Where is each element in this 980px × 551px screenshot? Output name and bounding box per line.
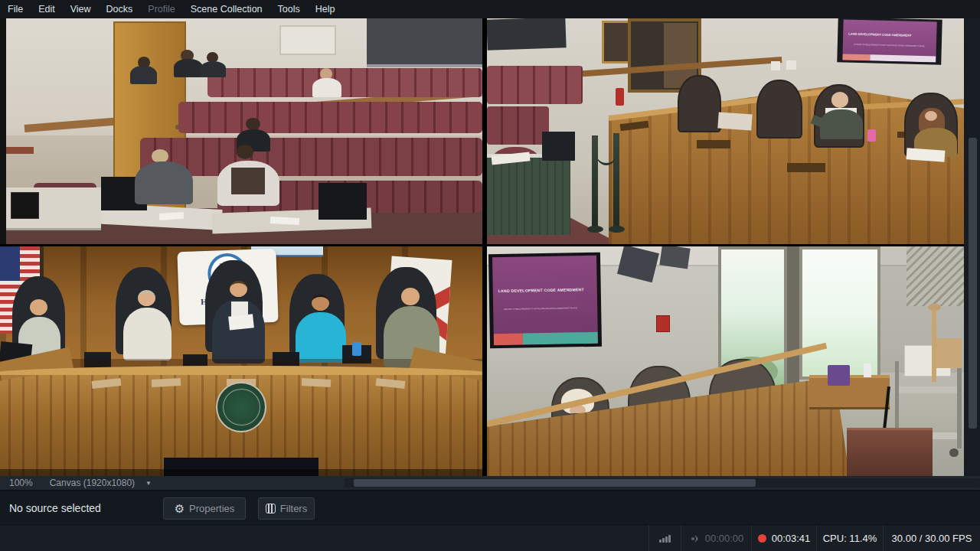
signal-bars-icon [659,534,671,543]
canvas-right-gutter [964,18,980,476]
switch-plate [771,61,780,70]
dais-vent [697,140,730,148]
zoom-level[interactable]: 100% [9,478,33,488]
binder-box [717,112,752,130]
caret-down-icon[interactable]: ▼ [145,480,152,487]
person-body [130,66,157,84]
slide-title: LAND DEVELOPMENT CODE AMENDMENT [498,287,593,293]
commissioner2-head [138,290,155,306]
tv-screen-dark [487,18,566,51]
person-head [246,118,260,130]
stream-timer: 00:00:00 [681,525,751,551]
papers [270,217,299,225]
commissioner1-head [30,299,47,315]
lectern [847,428,933,476]
fps-value: 30.00 / 30.00 FPS [892,533,972,544]
preview-source-audience-cam[interactable] [0,18,482,244]
menu-edit[interactable]: Edit [31,0,63,18]
slide-stripe-light [871,54,936,63]
filters-label: Filters [280,503,307,514]
window-mullion [787,246,799,384]
pink-tumbler [867,129,876,142]
slide-title: LAND DEVELOPMENT CODE AMENDMENT [848,31,931,37]
record-time: 00:03:41 [772,533,811,544]
no-source-label: No source selected [9,491,101,526]
whiteboard [279,25,335,55]
obs-window: File Edit View Docks Profile Scene Colle… [0,0,980,551]
horizontal-scrollbar-track[interactable] [345,478,980,487]
cpu-value: CPU: 11.4% [823,533,877,544]
preview-source-presentation-cam[interactable]: LAND DEVELOPMENT CODE AMENDMENT UPDATE T… [487,246,964,476]
record-timer: 00:03:41 [751,525,816,551]
menu-tools[interactable]: Tools [270,0,308,18]
slide-stripe-red [842,54,871,60]
chair-row-2 [178,102,482,133]
projection-screen [367,18,482,67]
preview-source-bench-cam[interactable]: H Hardee County FLORIDA [0,246,482,476]
commissioner5-head [401,288,420,305]
commissioner3-head [230,281,247,297]
cpu-usage: CPU: 11.4% [816,525,883,551]
speaker [660,246,691,269]
clerk-body [135,161,193,204]
canvas-size-label[interactable]: Canvas (1920x1080) [50,478,135,488]
coat-rack [932,308,937,382]
slide: LAND DEVELOPMENT CODE AMENDMENT UPDATE T… [492,256,598,345]
preview-canvas[interactable]: LAND DEVELOPMENT CODE AMENDMENT UPDATE T… [0,18,980,476]
nameplate [302,378,331,387]
properties-button[interactable]: ⚙ Properties [163,497,246,520]
tan-box [936,338,962,368]
clerk-head [152,149,168,163]
fire-alarm [656,315,670,332]
canvas-zoom-row: 100% Canvas (1920x1080) ▼ [0,476,980,490]
properties-label: Properties [189,503,234,514]
bottle [864,364,871,377]
preview-source-dais-side-cam[interactable]: LAND DEVELOPMENT CODE AMENDMENT UPDATE T… [487,18,964,244]
filters-button[interactable]: Filters [258,497,315,520]
vertical-scrollbar[interactable] [969,138,977,429]
menu-help[interactable]: Help [308,0,343,18]
chair-row-back [207,68,482,97]
highback-chair [678,75,721,132]
blue-tumbler [352,342,362,356]
stanchion-rope [596,140,617,165]
menu-docks[interactable]: Docks [99,0,141,18]
commissioner4-head [312,295,329,311]
person-body-white [312,78,341,97]
purple-sign-card [828,365,850,386]
menu-bar: File Edit View Docks Profile Scene Colle… [0,0,980,18]
person-body [174,59,203,77]
commissioner2-shirt [123,308,172,360]
audience-chairs [487,66,583,104]
record-dot-icon [758,534,766,543]
filter-icon [266,504,276,514]
horizontal-scrollbar[interactable] [354,479,756,487]
status-bar: 00:00:00 00:03:41 CPU: 11.4% 30.00 / 30.… [0,524,980,551]
fire-extinguisher [616,88,624,105]
menu-view[interactable]: View [63,0,99,18]
coat-rack-top [928,304,941,311]
dais-vent [787,163,825,172]
cart-pole [957,361,962,448]
clerk-table-green [487,154,570,235]
stream-time: 00:00:00 [705,533,744,544]
us-flag-canton [0,246,20,281]
clerk2-top [231,168,265,194]
audience-chairs [487,106,549,145]
nameplate [152,378,181,387]
menu-file[interactable]: File [0,0,31,18]
switch-plate [786,60,795,70]
slide-stripe-red [494,333,523,345]
window [799,246,880,380]
projection-screen: LAND DEVELOPMENT CODE AMENDMENT UPDATE T… [488,253,603,349]
menu-profile[interactable]: Profile [140,0,182,18]
chair-row-3 [140,138,482,176]
papers [159,212,184,220]
cart-wheel [949,448,958,457]
speaker-head [831,92,848,108]
network-status [648,525,681,551]
cart-shelf [895,386,962,393]
menu-scene-collection[interactable]: Scene Collection [183,0,270,18]
slide-subtitle: UPDATE TO REQUIREMENTS FOR PHOSPHATE MIN… [854,44,925,47]
fps-counter: 30.00 / 30.00 FPS [883,525,980,551]
